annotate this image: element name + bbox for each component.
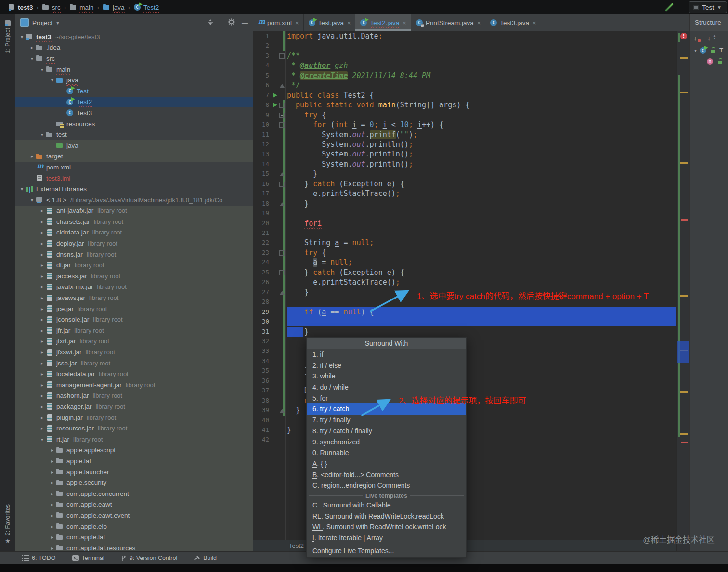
popup-item[interactable]: I. Iterate Iterable | Array xyxy=(307,533,466,544)
tree-row[interactable]: Test xyxy=(15,86,253,97)
code-line[interactable]: 9− try { xyxy=(253,110,676,120)
tree-row[interactable]: ▸com.apple.eio xyxy=(15,521,253,532)
close-icon[interactable]: × xyxy=(477,19,481,26)
tree-row[interactable]: ▾java xyxy=(15,75,253,86)
popup-item[interactable]: WL. Surround with ReadWriteLock.writeLoc… xyxy=(307,521,466,533)
breadcrumb-item[interactable]: test3 xyxy=(8,3,33,11)
popup-item[interactable]: 9. synchronized xyxy=(307,437,466,448)
collapse-all-icon[interactable] xyxy=(207,19,214,27)
close-icon[interactable]: × xyxy=(295,19,299,26)
marker-r[interactable] xyxy=(681,442,688,443)
marker-g[interactable] xyxy=(678,33,680,42)
tree-row[interactable]: ▾rt.jarlibrary root xyxy=(15,434,253,445)
code-line[interactable]: 11 System.out.printf(""); xyxy=(253,130,676,140)
tree-row[interactable]: ▸jfxrt.jarlibrary root xyxy=(15,336,253,347)
code-line[interactable]: 10− for (int i = 0; i < 10; i++) { xyxy=(253,120,676,130)
marker-r[interactable] xyxy=(681,219,688,221)
statusbar-item-build[interactable]: Build xyxy=(194,555,217,561)
breadcrumb-item[interactable]: main xyxy=(69,3,93,11)
marker-b[interactable] xyxy=(677,341,690,363)
tree-row[interactable]: ▸com.apple.laf xyxy=(15,532,253,543)
tree-row[interactable]: ▸management-agent.jarlibrary root xyxy=(15,379,253,390)
popup-item[interactable]: A. { } xyxy=(307,458,466,469)
tree-row[interactable]: ▸jsse.jarlibrary root xyxy=(15,358,253,369)
code-line[interactable]: 20 fori xyxy=(253,219,676,228)
marker-y[interactable] xyxy=(680,57,688,59)
structure-method-row[interactable] xyxy=(690,56,728,67)
close-icon[interactable]: × xyxy=(347,19,351,26)
popup-item[interactable]: 1. if xyxy=(307,349,466,360)
editor-breadcrumb-item[interactable]: Test2 xyxy=(289,542,304,549)
code-line[interactable]: 29 if (a == null) { xyxy=(253,307,676,317)
tool-button-favorites[interactable]: 2: Favorites ★ xyxy=(0,504,15,545)
popup-item[interactable]: C . Surround with Callable xyxy=(307,500,466,511)
marker-y[interactable] xyxy=(680,295,688,297)
run-gutter-icon[interactable] xyxy=(273,93,277,98)
statusbar-item-versioncontrol[interactable]: 9: Version Control xyxy=(121,555,177,561)
statusbar-item-terminal[interactable]: Terminal xyxy=(72,555,104,561)
tree-row[interactable]: ▸com.apple.eawt.event xyxy=(15,510,253,521)
code-line[interactable]: 14 System.out.println(); xyxy=(253,159,676,169)
tab-Test3.java[interactable]: Test3.java× xyxy=(485,14,541,31)
tree-row[interactable]: test3.iml xyxy=(15,173,253,184)
popup-item[interactable]: 2. if / else xyxy=(307,360,466,371)
code-line[interactable]: 21 xyxy=(253,228,676,238)
statusbar-item-todo[interactable]: 6: TODO xyxy=(22,555,56,561)
tree-row[interactable]: ▸dt.jarlibrary root xyxy=(15,260,253,271)
run-gutter-icon[interactable] xyxy=(273,103,277,107)
code-line[interactable]: 3−/** xyxy=(253,51,676,61)
code-line[interactable]: 18 } xyxy=(253,199,676,208)
code-line[interactable]: 17 e.printStackTrace(); xyxy=(253,189,676,198)
tree-row[interactable]: pom.xml xyxy=(15,162,253,173)
tree-row[interactable]: ▾main xyxy=(15,64,253,75)
structure-panel-title[interactable]: Structure xyxy=(690,14,728,31)
code-line[interactable]: 4 * @author gzh xyxy=(253,61,676,70)
code-line[interactable]: 26 e.printStackTrace(); xyxy=(253,277,676,287)
tree-row[interactable]: ▸apple.applescript xyxy=(15,445,253,456)
tree-row[interactable]: ▸nashorn.jarlibrary root xyxy=(15,390,253,402)
tree-row[interactable]: ▾External Libraries xyxy=(15,183,253,195)
tree-row[interactable]: ▸localedata.jarlibrary root xyxy=(15,368,253,379)
hide-panel-icon[interactable]: — xyxy=(242,19,248,26)
code-line[interactable]: 22 String a = null; xyxy=(253,238,676,247)
tree-row[interactable]: ▸javafx-mx.jarlibrary root xyxy=(15,282,253,293)
tree-row[interactable]: ▾< 1.8 >/Library/Java/JavaVirtualMachine… xyxy=(15,195,253,206)
code-line[interactable]: 24 a = null; xyxy=(253,258,676,267)
code-line[interactable]: 12 System.out.println(); xyxy=(253,140,676,149)
popup-item[interactable]: 0. Runnable xyxy=(307,447,466,458)
tree-row[interactable]: ▾test3~/src-gitee/test3 xyxy=(15,31,253,42)
code-line[interactable]: 25− } catch (Exception e) { xyxy=(253,268,676,277)
tree-row[interactable]: ▸jconsole.jarlibrary root xyxy=(15,314,253,325)
tree-row[interactable]: ▸charsets.jarlibrary root xyxy=(15,216,253,227)
close-icon[interactable]: × xyxy=(533,19,536,26)
code-line[interactable]: 19 xyxy=(253,208,676,218)
code-line[interactable]: 8− public static void main(String[] args… xyxy=(253,100,676,110)
chevron-down-icon[interactable]: ▼ xyxy=(55,20,60,26)
close-icon[interactable]: × xyxy=(403,19,406,26)
code-line[interactable]: 31 } xyxy=(253,327,676,337)
marker-g[interactable] xyxy=(678,75,680,437)
tab-Test2.java[interactable]: Test2.java× xyxy=(355,14,411,31)
error-indicator-icon[interactable]: ! xyxy=(680,33,687,39)
popup-item[interactable]: 8. try / catch / finally xyxy=(307,426,466,437)
tree-row[interactable]: resources xyxy=(15,118,253,130)
tree-row[interactable]: ▸dnsns.jarlibrary root xyxy=(15,249,253,260)
structure-class-row[interactable]: ▾ T xyxy=(690,45,728,56)
tree-row[interactable]: ▸resources.jarlibrary root xyxy=(15,423,253,434)
tree-row[interactable]: ▸deploy.jarlibrary root xyxy=(15,238,253,249)
marker-y[interactable] xyxy=(680,162,688,164)
popup-item[interactable]: 4. do / while xyxy=(307,382,466,393)
code-line[interactable]: 13 System.out.println(); xyxy=(253,149,676,159)
tree-row[interactable]: Test2 xyxy=(15,97,253,108)
tree-row[interactable]: ▾src xyxy=(15,53,253,64)
popup-item[interactable]: 3. while xyxy=(307,371,466,382)
tree-row[interactable]: ▸apple.security xyxy=(15,477,253,488)
tree-row[interactable]: ▸target xyxy=(15,151,253,162)
marker-y[interactable] xyxy=(680,391,688,393)
marker-strip[interactable]: ! xyxy=(676,31,690,551)
tree-row[interactable]: ▸.idea xyxy=(15,42,253,53)
code-line[interactable]: 1import java.util.Date; xyxy=(253,31,676,41)
tree-row[interactable]: ▸jfxswt.jarlibrary root xyxy=(15,347,253,358)
configure-live-templates-item[interactable]: Configure Live Templates... xyxy=(307,545,466,557)
run-configuration-select[interactable]: Test ▼ xyxy=(689,1,727,13)
